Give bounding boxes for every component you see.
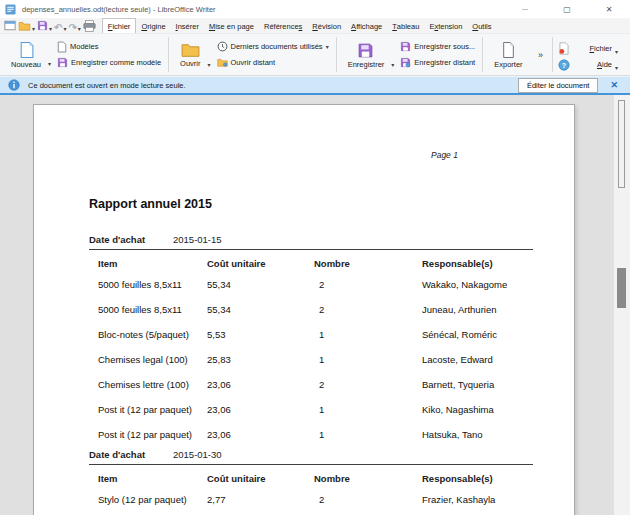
save-as-icon [400, 41, 411, 52]
menubar: FichierOrigineInsérerMise en pageRéféren… [0, 18, 630, 34]
column-header: Item [98, 470, 207, 487]
purchase-date-value: 2015-01-15 [173, 234, 222, 245]
svg-text:?: ? [562, 60, 567, 69]
open-button[interactable]: Ouvrir [176, 40, 210, 69]
cell-count: 1 [314, 397, 422, 422]
purchase-section: Date d'achat2015-01-15ItemCoût unitaireN… [89, 233, 533, 447]
group-save: Enregistrer Enregistrer sous... [342, 34, 478, 75]
toolbar-separator [336, 37, 337, 72]
chevron-down-icon[interactable] [391, 53, 394, 71]
file-menu-button[interactable]: Fichier [558, 40, 623, 54]
chevron-down-icon[interactable] [615, 56, 623, 74]
group-export: Exporter [488, 34, 528, 75]
save-remote-label: Enregistrer distant [414, 58, 475, 67]
tab-r-vision[interactable]: Révision [307, 18, 346, 33]
new-button[interactable]: Nouveau [7, 39, 51, 70]
help-menu-button[interactable]: ? Aide [558, 56, 623, 70]
tab-tableau[interactable]: Tableau [387, 18, 424, 33]
group-file-help: Fichier ? Aide [558, 34, 625, 75]
redo-icon[interactable] [68, 19, 80, 33]
group-open: Ouvrir Derniers documents utilisés [174, 34, 331, 75]
chevron-down-icon[interactable] [49, 17, 52, 35]
cell-unit-cost: 23,06 [207, 397, 314, 422]
save-as-button[interactable]: Enregistrer sous... [400, 40, 475, 54]
report-sections: Date d'achat2015-01-15ItemCoût unitaireN… [89, 233, 533, 513]
save-remote-icon [400, 57, 411, 68]
chevron-down-icon[interactable] [63, 17, 66, 35]
edit-document-button[interactable]: Éditer le document [518, 78, 599, 93]
toolbar-separator [168, 37, 169, 72]
cell-unit-cost: 55,34 [207, 297, 314, 322]
export-button[interactable]: Exporter [490, 39, 526, 70]
cell-item: Bloc-notes (5/paquet) [98, 322, 207, 347]
tab-affichage[interactable]: Affichage [346, 18, 387, 33]
save-as-template-button[interactable]: Enregistrer comme modèle [57, 56, 161, 70]
page-number: Page 1 [431, 150, 458, 160]
help-icon: ? [558, 59, 570, 71]
tab-ins-rer[interactable]: Insérer [171, 18, 204, 33]
open-folder-icon[interactable] [18, 19, 35, 33]
table-row: Bloc-notes (5/paquet)5,531Sénécal, Romér… [89, 322, 533, 347]
undo-icon[interactable] [54, 19, 66, 33]
cell-count: 1 [314, 347, 422, 372]
chevron-down-icon[interactable] [78, 17, 81, 35]
save-icon[interactable] [37, 19, 52, 33]
cell-unit-cost: 55,34 [207, 272, 314, 297]
cell-responsible: Hatsuka, Tano [422, 422, 533, 447]
chevron-down-icon[interactable] [326, 42, 329, 51]
chevron-down-icon[interactable] [32, 17, 35, 35]
chevron-down-icon[interactable] [207, 53, 210, 71]
file-menu-label: Fichier [574, 44, 612, 53]
cell-item: Chemises legal (100) [98, 347, 207, 372]
column-header: Nombre [314, 255, 422, 272]
cell-responsible: Sénécal, Roméric [422, 322, 533, 347]
tab-mise-en-page[interactable]: Mise en page [204, 18, 259, 33]
tab-outils[interactable]: Outils [467, 18, 496, 33]
column-header: Nombre [314, 470, 422, 487]
print-icon[interactable] [83, 19, 96, 33]
cell-unit-cost: 23,06 [207, 372, 314, 397]
scrollbar-thumb[interactable] [617, 268, 626, 308]
new-document-icon [18, 41, 35, 59]
cell-unit-cost: 23,06 [207, 422, 314, 447]
tab-origine[interactable]: Origine [136, 18, 170, 33]
tab-r-f-rences[interactable]: Références [259, 18, 307, 33]
toolbar-overflow-button[interactable]: » [534, 50, 547, 60]
writer-app-icon [5, 4, 16, 15]
recent-documents-button[interactable]: Derniers documents utilisés [217, 40, 329, 54]
save-remote-button[interactable]: Enregistrer distant [400, 56, 475, 70]
purchase-date-row: Date d'achat2015-01-30 [89, 448, 533, 465]
cell-count: 2 [314, 297, 422, 322]
save-button-label: Enregistrer [348, 60, 385, 69]
cell-unit-cost: 5,53 [207, 322, 314, 347]
document-area: Page 1 Rapport annuel 2015 Date d'achat2… [0, 95, 630, 515]
minimize-button[interactable] [504, 0, 546, 18]
cell-unit-cost: 2,77 [207, 487, 314, 512]
file-toolbar: Nouveau Modèles Enregistrer comme modèle [0, 34, 630, 76]
column-header: Coût unitaire [207, 255, 314, 272]
save-icon [357, 42, 374, 59]
save-button[interactable]: Enregistrer [344, 40, 395, 70]
cell-responsible: Barnett, Tyqueria [422, 372, 533, 397]
open-remote-button[interactable]: Ouvrir distant [217, 56, 329, 70]
close-button[interactable] [588, 0, 630, 18]
libreoffice-writer-window: depenses_annuelles.odt(lecture seule) - … [0, 0, 630, 515]
document-page[interactable]: Page 1 Rapport annuel 2015 Date d'achat2… [33, 104, 575, 515]
new-document-icon[interactable] [4, 19, 16, 33]
vertical-scrollbar[interactable] [613, 95, 630, 515]
table-row: Chemises legal (100)25,831Lacoste, Edwar… [89, 347, 533, 372]
purchase-date-label: Date d'achat [89, 448, 173, 461]
cell-responsible: Juneau, Arthurien [422, 297, 533, 322]
chevron-down-icon[interactable] [48, 52, 51, 70]
infobar-close-icon[interactable] [610, 80, 618, 90]
pdf-file-icon [558, 42, 570, 55]
info-icon [8, 79, 20, 91]
tab-extension[interactable]: Extension [424, 18, 467, 33]
templates-button[interactable]: Modèles [57, 40, 161, 54]
tab-fichier[interactable]: Fichier [102, 18, 137, 33]
scrollbar-range-marker[interactable] [618, 100, 625, 188]
cell-count: 1 [314, 322, 422, 347]
maximize-button[interactable] [546, 0, 588, 18]
cell-count: 2 [314, 272, 422, 297]
export-document-icon [501, 41, 516, 59]
